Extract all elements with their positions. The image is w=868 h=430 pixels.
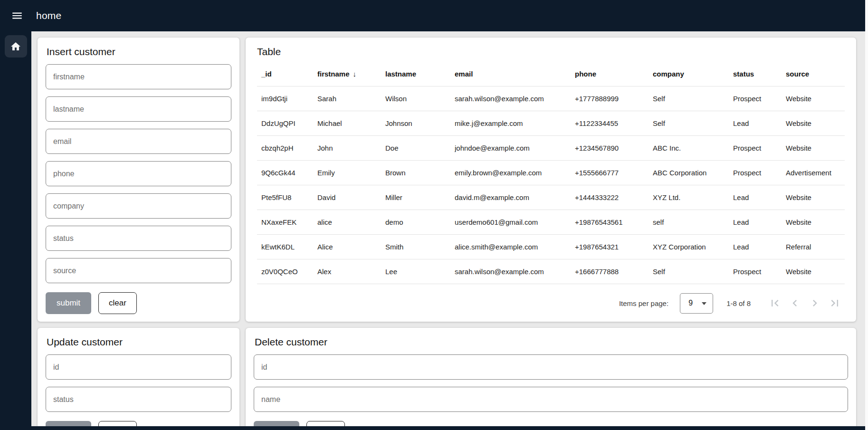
column-header-source[interactable]: source xyxy=(786,62,845,86)
column-header-firstname[interactable]: firstname↓ xyxy=(317,62,385,86)
column-header-company[interactable]: company xyxy=(653,62,733,86)
insert-phone-input[interactable] xyxy=(46,161,231,186)
table-row[interactable]: cbzqh2pHJohnDoejohndoe@example.com+12345… xyxy=(257,135,845,160)
cell-_id: im9dGtji xyxy=(257,86,317,111)
delete-name-input[interactable] xyxy=(254,387,848,412)
table-row[interactable]: 9Q6cGk44EmilyBrownemily.brown@example.co… xyxy=(257,160,845,185)
cell-company: XYZ Corporation xyxy=(653,234,733,259)
table-row[interactable]: NXaxeFEKalicedemouserdemo601@gmail.com+1… xyxy=(257,210,845,234)
items-per-page-label: Items per page: xyxy=(619,299,668,307)
column-header-_id[interactable]: _id xyxy=(257,62,317,86)
cell-email: emily.brown@example.com xyxy=(455,160,575,185)
table-row[interactable]: Pte5fFU8DavidMillerdavid.m@example.com+1… xyxy=(257,185,845,210)
cell-phone: +1444333222 xyxy=(575,185,653,210)
insert-firstname-input[interactable] xyxy=(46,64,231,89)
page-title: home xyxy=(36,10,61,21)
delete-submit-button[interactable]: submit xyxy=(254,421,299,426)
paginator: Items per page: 9 1-8 of 8 xyxy=(257,285,845,322)
delete-customer-form xyxy=(254,354,848,419)
insert-lastname-input[interactable] xyxy=(46,96,231,122)
column-label: status xyxy=(733,70,754,78)
cell-firstname: John xyxy=(317,135,385,160)
cell-_id: DdzUgQPI xyxy=(257,111,317,135)
cell-email: mike.j@example.com xyxy=(455,111,575,135)
update-id-input[interactable] xyxy=(46,354,231,380)
sidebar-item-home[interactable] xyxy=(5,35,27,57)
last-page-button[interactable] xyxy=(825,293,845,313)
cell-firstname: Michael xyxy=(317,111,385,135)
cell-email: userdemo601@gmail.com xyxy=(455,210,575,234)
insert-company-input[interactable] xyxy=(46,193,231,219)
column-header-status[interactable]: status xyxy=(733,62,786,86)
cell-lastname: Miller xyxy=(385,185,455,210)
cell-firstname: David xyxy=(317,185,385,210)
first-page-button[interactable] xyxy=(765,293,785,313)
cell-lastname: Wilson xyxy=(385,86,455,111)
cell-company: Self xyxy=(653,259,733,284)
update-customer-title: Update customer xyxy=(47,336,231,348)
cell-company: self xyxy=(653,210,733,234)
column-header-lastname[interactable]: lastname xyxy=(385,62,455,86)
cell-firstname: alice xyxy=(317,210,385,234)
cell-phone: +1987654321 xyxy=(575,234,653,259)
insert-email-input[interactable] xyxy=(46,129,231,154)
table-title: Table xyxy=(257,46,845,57)
cell-source: Website xyxy=(786,86,845,111)
previous-page-button[interactable] xyxy=(785,293,805,313)
customer-table: _idfirstname↓lastnameemailphonecompanyst… xyxy=(257,62,845,284)
cell-phone: +1777888999 xyxy=(575,86,653,111)
hamburger-icon xyxy=(11,10,23,22)
cell-_id: 9Q6cGk44 xyxy=(257,160,317,185)
table-row[interactable]: DdzUgQPIMichaelJohnsonmike.j@example.com… xyxy=(257,111,845,135)
page-size-value: 9 xyxy=(688,299,693,307)
column-header-email[interactable]: email xyxy=(455,62,575,86)
cell-_id: kEwtK6DL xyxy=(257,234,317,259)
cell-firstname: Emily xyxy=(317,160,385,185)
sidebar xyxy=(0,31,31,426)
table-row[interactable]: z0V0QCeOAlexLeesarah.wilson@example.com+… xyxy=(257,259,845,284)
delete-customer-title: Delete customer xyxy=(255,336,848,348)
cell-lastname: Brown xyxy=(385,160,455,185)
update-submit-button[interactable]: submit xyxy=(46,421,91,426)
column-label: company xyxy=(653,70,684,78)
delete-id-input[interactable] xyxy=(254,354,848,380)
column-label: firstname xyxy=(317,70,350,78)
insert-clear-button[interactable]: clear xyxy=(98,292,137,314)
column-label: source xyxy=(786,70,809,78)
table-row[interactable]: im9dGtjiSarahWilsonsarah.wilson@example.… xyxy=(257,86,845,111)
cell-source: Website xyxy=(786,135,845,160)
column-label: phone xyxy=(575,70,596,78)
table-body: im9dGtjiSarahWilsonsarah.wilson@example.… xyxy=(257,86,845,284)
cell-_id: z0V0QCeO xyxy=(257,259,317,284)
cell-source: Referral xyxy=(786,234,845,259)
insert-status-input[interactable] xyxy=(46,226,231,251)
cell-firstname: Alex xyxy=(317,259,385,284)
cell-status: Lead xyxy=(733,185,786,210)
update-clear-button[interactable]: clear xyxy=(98,421,137,426)
update-button-row: submit clear xyxy=(46,421,231,426)
column-label: email xyxy=(455,70,473,78)
next-page-button[interactable] xyxy=(805,293,825,313)
cell-phone: +1122334455 xyxy=(575,111,653,135)
page-range-label: 1-8 of 8 xyxy=(726,299,751,307)
cell-firstname: Alice xyxy=(317,234,385,259)
items-per-page-select[interactable]: 9 xyxy=(680,293,713,314)
update-customer-card: Update customer submit clear xyxy=(38,328,239,426)
menu-button[interactable] xyxy=(6,4,29,27)
cell-lastname: Smith xyxy=(385,234,455,259)
column-header-phone[interactable]: phone xyxy=(575,62,653,86)
cell-_id: Pte5fFU8 xyxy=(257,185,317,210)
insert-customer-form xyxy=(46,64,231,290)
table-row[interactable]: kEwtK6DLAliceSmithalice.smith@example.co… xyxy=(257,234,845,259)
cell-company: ABC Corporation xyxy=(653,160,733,185)
cell-email: david.m@example.com xyxy=(455,185,575,210)
insert-source-input[interactable] xyxy=(46,258,231,283)
cell-phone: +1555666777 xyxy=(575,160,653,185)
main-area: Insert customer submit clear Table _idfi… xyxy=(31,31,868,426)
cell-status: Lead xyxy=(733,210,786,234)
delete-clear-button[interactable]: clear xyxy=(306,421,345,426)
insert-submit-button[interactable]: submit xyxy=(46,292,91,314)
update-status-input[interactable] xyxy=(46,387,231,412)
scrollbar[interactable] xyxy=(865,0,868,430)
content-area: Insert customer submit clear Table _idfi… xyxy=(0,31,868,426)
